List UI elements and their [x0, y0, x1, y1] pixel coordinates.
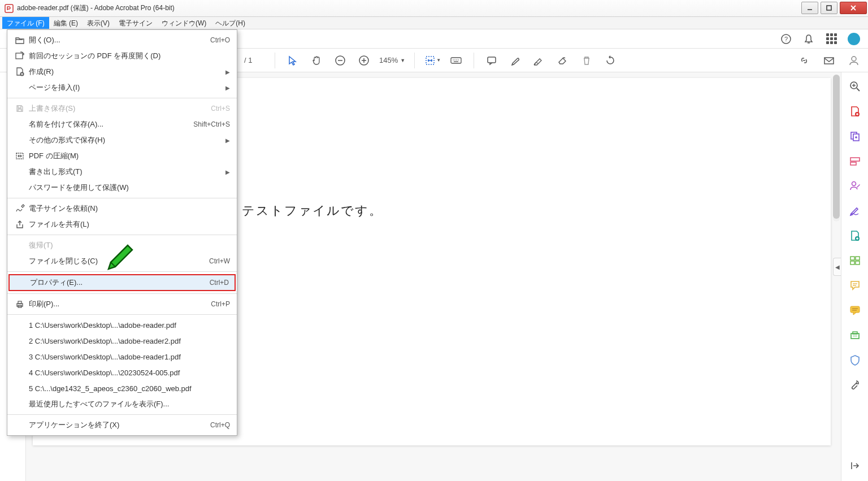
- menubar: ファイル (F)編集 (E)表示(V)電子サインウィンドウ(W)ヘルプ(H): [0, 17, 868, 29]
- menu-shortcut: Ctrl+S: [211, 105, 230, 112]
- menu-entry[interactable]: 2 C:\Users\work\Desktop\...\adobe-reader…: [7, 333, 237, 349]
- create-pdf-icon[interactable]: [848, 104, 862, 119]
- menu-entry[interactable]: アプリケーションを終了(X)Ctrl+Q: [7, 417, 237, 433]
- svg-rect-55: [18, 301, 21, 304]
- menu-entry-label: 書き出し形式(T): [27, 167, 225, 177]
- menu-entry-label: 前回のセッションの PDF を再度開く(D): [27, 51, 230, 61]
- mail-icon[interactable]: [821, 52, 837, 69]
- menu-entry[interactable]: 電子サインを依頼(N): [7, 201, 237, 216]
- svg-point-34: [852, 182, 856, 186]
- svg-rect-49: [16, 53, 23, 59]
- svg-rect-37: [856, 257, 860, 260]
- organize-icon[interactable]: [848, 253, 862, 268]
- menu-entry[interactable]: 印刷(P)...Ctrl+P: [7, 296, 237, 312]
- menu-entry[interactable]: 最近使用したすべてのファイルを表示(F)...: [7, 396, 237, 412]
- svg-rect-46: [853, 332, 857, 334]
- menu-item[interactable]: ファイル (F): [2, 17, 49, 29]
- menu-entry[interactable]: 3 C:\Users\work\Desktop\...\adobe-reader…: [7, 349, 237, 365]
- zoom-in-icon[interactable]: [355, 52, 372, 69]
- trash-icon[interactable]: [578, 52, 595, 69]
- svg-rect-38: [850, 261, 854, 265]
- reopen-icon: [13, 51, 27, 60]
- svg-rect-14: [451, 58, 461, 63]
- window-controls: [800, 0, 868, 16]
- help-icon[interactable]: ?: [780, 33, 792, 45]
- protect-icon[interactable]: [848, 353, 862, 367]
- collapse-icon[interactable]: [848, 458, 862, 473]
- document-body-text: テストファイルです。: [242, 203, 383, 218]
- keyboard-icon[interactable]: [448, 52, 465, 69]
- menu-entry[interactable]: 1 C:\Users\work\Desktop\...\adobe-reader…: [7, 317, 237, 333]
- svg-point-18: [458, 59, 459, 60]
- menu-entry-label: 3 C:\Users\work\Desktop\...\adobe-reader…: [27, 353, 230, 361]
- menu-item[interactable]: ウィンドウ(W): [157, 17, 211, 29]
- highlight-icon[interactable]: [507, 52, 524, 69]
- fill-sign-icon[interactable]: [848, 203, 862, 218]
- menu-entry[interactable]: 4 C:\Users\work\Desktop\...\20230524-005…: [7, 365, 237, 380]
- compress-icon: [13, 151, 27, 161]
- hand-tool-icon[interactable]: [308, 52, 325, 69]
- menu-entry[interactable]: プロパティ(E)...Ctrl+D: [8, 274, 236, 291]
- menu-entry[interactable]: 前回のセッションの PDF を再度開く(D): [7, 48, 237, 64]
- menu-entry[interactable]: 作成(R)▶: [7, 64, 237, 80]
- menu-entry[interactable]: 名前を付けて保存(A)...Shift+Ctrl+S: [7, 116, 237, 132]
- menu-entry-label: 上書き保存(S): [27, 103, 211, 114]
- svg-rect-0: [5, 5, 13, 12]
- eraser-icon[interactable]: [554, 52, 571, 69]
- menu-entry-label: 1 C:\Users\work\Desktop\...\adobe-reader…: [27, 321, 230, 330]
- menu-item[interactable]: 電子サイン: [114, 17, 157, 29]
- menu-item[interactable]: 編集 (E): [49, 17, 83, 29]
- menu-shortcut: Ctrl+Q: [210, 421, 230, 429]
- app-icon: [5, 4, 14, 13]
- menu-entry-label: 印刷(P)...: [27, 299, 211, 309]
- close-button[interactable]: [840, 2, 867, 14]
- svg-point-22: [852, 57, 856, 61]
- draw-icon[interactable]: [531, 52, 548, 69]
- maximize-button[interactable]: [821, 2, 837, 14]
- bell-icon[interactable]: [802, 33, 815, 45]
- pointer-tool-icon[interactable]: [284, 52, 301, 69]
- fit-width-icon[interactable]: ▼: [424, 52, 441, 69]
- combine-icon[interactable]: [848, 129, 862, 144]
- menu-entry-label: その他の形式で保存(H): [27, 135, 225, 145]
- menu-entry[interactable]: ファイルを共有(L): [7, 216, 237, 232]
- minimize-button[interactable]: [801, 2, 818, 14]
- svg-point-17: [456, 59, 457, 60]
- scrollbar[interactable]: [833, 75, 840, 222]
- zoom-out-icon[interactable]: [332, 52, 349, 69]
- export-pdf-icon[interactable]: [848, 228, 862, 243]
- window-title: adobe-reader.pdf (保護) - Adobe Acrobat Pr…: [17, 3, 800, 13]
- folder-open-icon: [13, 36, 27, 45]
- comment-icon[interactable]: [483, 52, 500, 69]
- request-signatures-icon[interactable]: [848, 179, 862, 193]
- scan-icon[interactable]: [848, 328, 862, 343]
- menu-entry[interactable]: 書き出し形式(T)▶: [7, 164, 237, 180]
- zoom-dropdown[interactable]: 145%▼: [379, 56, 405, 64]
- menu-entry-label: 5 C:\...\dge1432_5_apeos_c2360_c2060_web…: [27, 384, 230, 393]
- search-plus-icon[interactable]: [848, 79, 862, 94]
- share-icon: [13, 220, 27, 229]
- link-icon[interactable]: [796, 52, 813, 69]
- page-count: / 1: [244, 56, 252, 64]
- menu-entry[interactable]: その他の形式で保存(H)▶: [7, 132, 237, 148]
- menu-entry[interactable]: ページを挿入(I)▶: [7, 80, 237, 96]
- people-icon[interactable]: [845, 52, 862, 69]
- profile-avatar[interactable]: [848, 33, 860, 45]
- submenu-arrow-icon: ▶: [225, 137, 230, 144]
- menu-entry[interactable]: 5 C:\...\dge1432_5_apeos_c2360_c2060_web…: [7, 380, 237, 396]
- apps-icon[interactable]: [825, 33, 837, 45]
- comments-icon[interactable]: [848, 303, 862, 318]
- rotate-icon[interactable]: [602, 52, 619, 69]
- toolbar-separator: [414, 53, 415, 68]
- menu-entry[interactable]: パスワードを使用して保護(W): [7, 180, 237, 196]
- expand-handle[interactable]: ◀: [833, 258, 841, 276]
- edit-pdf-icon[interactable]: [848, 154, 862, 168]
- menu-item[interactable]: ヘルプ(H): [211, 17, 250, 29]
- menu-entry-label: プロパティ(E)...: [28, 278, 210, 288]
- svg-rect-20: [488, 57, 496, 63]
- menu-entry[interactable]: PDF の圧縮(M): [7, 148, 237, 164]
- menu-entry[interactable]: 開く(O)...Ctrl+O: [7, 32, 237, 48]
- more-tools-icon[interactable]: [848, 378, 862, 392]
- send-comments-icon[interactable]: [848, 278, 862, 293]
- menu-item[interactable]: 表示(V): [83, 17, 114, 29]
